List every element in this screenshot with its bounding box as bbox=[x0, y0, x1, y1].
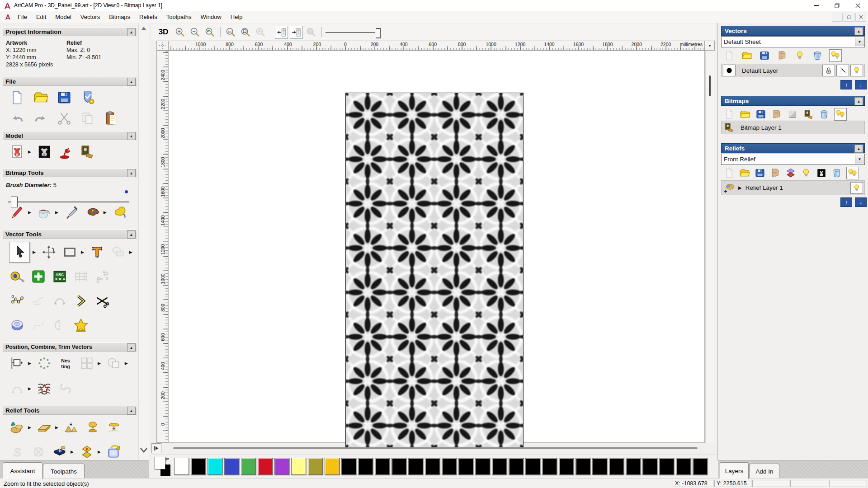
layer-colour-button[interactable] bbox=[723, 65, 736, 76]
move-layer-up-button[interactable]: ↑ bbox=[840, 80, 852, 89]
collapse-bitmap-tools-button[interactable]: ▲ bbox=[127, 169, 136, 177]
tab-assistant[interactable]: Assistant bbox=[3, 462, 42, 479]
primary-colour-swatch[interactable] bbox=[155, 457, 165, 469]
swept-profile-icon[interactable] bbox=[9, 444, 25, 460]
menu-file[interactable]: File bbox=[13, 12, 32, 22]
zoom-out-button[interactable] bbox=[189, 26, 202, 39]
menu-model[interactable]: Model bbox=[51, 12, 75, 22]
snap-layer-button[interactable] bbox=[836, 65, 849, 76]
fit-vectors-to-curve-icon[interactable] bbox=[36, 380, 52, 397]
merge-relief-layers-icon[interactable] bbox=[769, 167, 781, 179]
collapse-relief-tools-button[interactable]: ▲ bbox=[127, 407, 136, 415]
tab-layers[interactable]: Layers bbox=[720, 462, 749, 479]
merge-bitmap-layers-icon[interactable] bbox=[771, 108, 783, 120]
create-text-icon[interactable] bbox=[89, 244, 105, 260]
open-model-icon[interactable] bbox=[33, 89, 49, 106]
free-sketch-icon[interactable] bbox=[30, 293, 47, 309]
palette-swatch[interactable] bbox=[693, 458, 708, 475]
zoom-slider[interactable] bbox=[326, 26, 384, 38]
palette-swatch[interactable] bbox=[208, 458, 222, 475]
pan-right-button[interactable] bbox=[151, 443, 161, 453]
flyout-arrow-icon[interactable]: ▶ bbox=[33, 250, 36, 254]
tab-toolpaths[interactable]: Toolpaths bbox=[43, 464, 85, 479]
canvas-2d[interactable] bbox=[168, 51, 705, 443]
menu-window[interactable]: Window bbox=[196, 12, 226, 22]
fillet-tool-icon[interactable] bbox=[9, 317, 25, 333]
primary-secondary-colour-indicator[interactable]: ⇄ bbox=[155, 457, 171, 476]
palette-swatch[interactable] bbox=[676, 458, 691, 475]
flyout-arrow-icon[interactable]: ▶ bbox=[28, 386, 31, 391]
transform-vectors-icon[interactable] bbox=[41, 244, 57, 260]
weld-vectors-icon[interactable] bbox=[106, 355, 122, 371]
fit-arcs-icon[interactable] bbox=[52, 293, 68, 309]
toggle-layers-panel-button[interactable] bbox=[290, 26, 303, 39]
palette-swatch[interactable] bbox=[458, 458, 473, 475]
flyout-arrow-icon[interactable]: ▶ bbox=[104, 210, 107, 215]
zoom-to-object-button[interactable] bbox=[254, 26, 267, 39]
palette-swatch[interactable] bbox=[576, 458, 590, 475]
combo-dropdown-icon[interactable]: ▼ bbox=[855, 155, 864, 164]
new-vector-layer-icon[interactable] bbox=[723, 50, 735, 61]
show-all-bitmap-layers-icon[interactable] bbox=[834, 108, 847, 121]
circular-copy-icon[interactable] bbox=[36, 355, 52, 371]
offset-relief-icon[interactable] bbox=[79, 444, 95, 460]
palette-swatch[interactable] bbox=[659, 458, 674, 475]
flyout-arrow-icon[interactable]: ▶ bbox=[55, 425, 58, 430]
ruler-options-button[interactable]: ▼ bbox=[705, 41, 715, 51]
paint-brush-icon[interactable] bbox=[9, 204, 25, 221]
flyout-arrow-icon[interactable]: ▶ bbox=[129, 250, 132, 254]
palette-swatch[interactable] bbox=[308, 458, 323, 475]
add-subtract-relief-icon[interactable] bbox=[63, 419, 80, 436]
palette-swatch[interactable] bbox=[224, 458, 239, 475]
align-vectors-icon[interactable] bbox=[9, 355, 25, 371]
layer-visibility-button[interactable] bbox=[850, 65, 863, 76]
mdi-minimize-button[interactable] bbox=[832, 13, 843, 22]
bitmap-layer-row[interactable]: Bitmap Layer 1 bbox=[721, 121, 865, 134]
palette-swatch[interactable] bbox=[258, 458, 273, 475]
mdi-close-button[interactable] bbox=[855, 13, 866, 22]
vector-doctor-icon[interactable] bbox=[73, 317, 89, 333]
vertical-scroll-thumb[interactable] bbox=[709, 75, 711, 96]
move-layer-down-button[interactable]: ↓ bbox=[855, 80, 867, 89]
weave-wizard-icon[interactable] bbox=[30, 444, 47, 460]
greyscale-from-relief-icon[interactable] bbox=[52, 444, 68, 460]
load-bitmap-icon[interactable] bbox=[79, 144, 95, 160]
menu-help[interactable]: Help bbox=[226, 12, 247, 22]
copy-icon[interactable] bbox=[80, 110, 96, 127]
node-editing-icon[interactable] bbox=[9, 293, 25, 309]
palette-swatch[interactable] bbox=[191, 458, 206, 475]
palette-swatch[interactable] bbox=[442, 458, 457, 475]
palette-swatch[interactable] bbox=[174, 458, 189, 475]
move-layer-down-button[interactable]: ↓ bbox=[855, 197, 867, 207]
envelope-distort-icon[interactable] bbox=[73, 268, 89, 285]
move-layer-up-button[interactable]: ↑ bbox=[840, 197, 852, 207]
horizontal-scroll-thumb[interactable] bbox=[173, 447, 698, 449]
zoom-1-to-1-button[interactable] bbox=[224, 26, 237, 39]
mdi-restore-button[interactable] bbox=[844, 13, 854, 22]
tab-add-in[interactable]: Add In bbox=[750, 464, 779, 479]
mirror-vectors-icon[interactable] bbox=[52, 317, 68, 333]
smooth-vector-icon[interactable] bbox=[30, 317, 47, 333]
palette-swatch[interactable] bbox=[626, 458, 641, 475]
merge-vector-layers-icon[interactable] bbox=[776, 50, 788, 61]
greyscale-preview-icon[interactable] bbox=[816, 167, 827, 179]
new-relief-layer-icon[interactable] bbox=[723, 167, 735, 179]
flyout-arrow-icon[interactable]: ▶ bbox=[98, 361, 101, 366]
show-all-vector-layers-icon[interactable] bbox=[829, 49, 842, 62]
toggle-layer-visibility-icon[interactable] bbox=[794, 50, 806, 61]
paste-relief-icon[interactable] bbox=[106, 419, 122, 436]
canvas-vertical-scrollbar[interactable] bbox=[705, 51, 715, 443]
zoom-in-button[interactable] bbox=[174, 26, 187, 39]
flood-fill-icon[interactable] bbox=[36, 204, 52, 221]
open-relief-layer-icon[interactable] bbox=[739, 167, 750, 179]
new-bitmap-layer-icon[interactable] bbox=[723, 108, 735, 120]
palette-swatch[interactable] bbox=[291, 458, 306, 475]
delete-bitmap-layer-icon[interactable] bbox=[818, 108, 830, 120]
create-rectangle-icon[interactable] bbox=[62, 244, 78, 260]
palette-swatch[interactable] bbox=[375, 458, 390, 475]
menu-vectors[interactable]: Vectors bbox=[76, 12, 104, 22]
transfer-relief-layer-icon[interactable] bbox=[785, 167, 797, 179]
canvas-horizontal-scrollbar[interactable] bbox=[151, 443, 715, 452]
relief-layer-row[interactable]: ▶ Relief Layer 1 bbox=[721, 180, 865, 195]
join-vectors-icon[interactable] bbox=[9, 380, 25, 397]
